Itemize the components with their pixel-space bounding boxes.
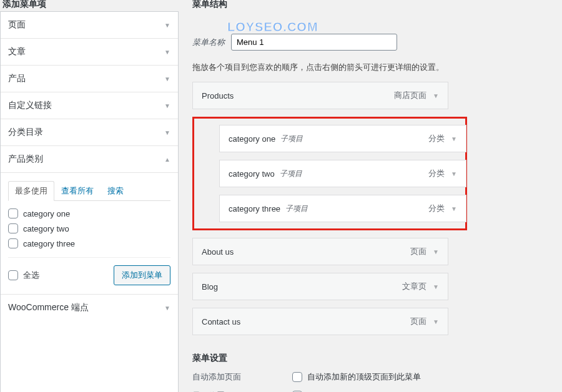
- menu-item-about[interactable]: About us 页面 ▼: [192, 238, 448, 265]
- checkbox[interactable]: [8, 223, 18, 233]
- acc-posts[interactable]: 文章 ▼: [1, 39, 178, 65]
- menu-item-contact[interactable]: Contact us 页面 ▼: [192, 308, 448, 335]
- chevron-up-icon: ▲: [164, 156, 170, 163]
- checkbox-auto-add[interactable]: [292, 372, 302, 382]
- chevron-down-icon: ▼: [164, 76, 170, 82]
- menu-item-type: 分类: [428, 168, 445, 179]
- category-label: category one: [23, 209, 70, 218]
- chevron-down-icon: ▼: [164, 305, 170, 311]
- acc-custom-links[interactable]: 自定义链接 ▼: [1, 92, 178, 119]
- acc-pages[interactable]: 页面 ▼: [1, 12, 178, 38]
- category-row[interactable]: category two: [8, 223, 170, 233]
- acc-body: 最多使用 查看所有 搜索 category one category two: [1, 172, 178, 294]
- tab-search[interactable]: 搜索: [101, 181, 131, 201]
- watermark: LOYSEO.COM: [227, 20, 318, 34]
- select-all-label: 全选: [23, 270, 39, 281]
- subitem-tag: 子项目: [285, 203, 308, 214]
- checkbox[interactable]: [8, 208, 18, 218]
- chevron-down-icon: ▼: [164, 49, 170, 56]
- menu-subitem[interactable]: category two 子项目 分类 ▼: [219, 160, 466, 187]
- menu-item-label: Contact us: [202, 317, 240, 326]
- menu-subitem[interactable]: category one 子项目 分类 ▼: [219, 125, 466, 152]
- category-label: category three: [23, 239, 75, 248]
- acc-woocommerce-endpoints[interactable]: WooCommerce 端点 ▼: [1, 295, 178, 321]
- menu-item-type: 页面: [410, 246, 426, 257]
- category-row[interactable]: category one: [8, 208, 170, 218]
- menu-item-label: Products: [202, 91, 234, 100]
- chevron-down-icon[interactable]: ▼: [433, 283, 439, 290]
- menu-settings-title: 菜单设置: [192, 353, 562, 364]
- left-heading: 添加菜单项: [2, 0, 46, 10]
- menu-item-label: category three: [229, 204, 280, 213]
- right-heading: 菜单结构: [192, 0, 227, 10]
- acc-label: 产品: [8, 73, 26, 84]
- tab-view-all[interactable]: 查看所有: [54, 181, 101, 201]
- menu-item-type: 分类: [428, 133, 445, 144]
- subitem-tag: 子项目: [280, 134, 303, 144]
- acc-label: 自定义链接: [8, 100, 52, 111]
- menu-item-label: About us: [202, 247, 234, 257]
- chevron-down-icon: ▼: [164, 102, 170, 109]
- chevron-down-icon: ▼: [164, 22, 170, 29]
- acc-label: 文章: [8, 46, 26, 57]
- chevron-down-icon[interactable]: ▼: [433, 318, 439, 325]
- menu-item-blog[interactable]: Blog 文章页 ▼: [192, 273, 448, 300]
- menu-subitem[interactable]: category three 子项目 分类 ▼: [219, 195, 466, 222]
- chevron-down-icon[interactable]: ▼: [451, 135, 457, 142]
- subitem-tag: 子项目: [280, 169, 302, 179]
- menu-item-label: category one: [229, 134, 275, 144]
- menu-item-type: 商店页面: [394, 90, 426, 101]
- menu-item-label: category two: [229, 169, 275, 179]
- drag-hint-text: 拖放各个项目到您喜欢的顺序，点击右侧的箭头可进行更详细的设置。: [192, 62, 562, 73]
- add-menu-items-panel: 页面 ▼ 文章 ▼ 产品 ▼ 自定义链接 ▼ 分类目录 ▼: [0, 11, 179, 392]
- acc-product-categories[interactable]: 产品类别 ▲: [1, 146, 178, 172]
- menu-item-label: Blog: [202, 282, 218, 292]
- menu-item-type: 文章页: [402, 281, 426, 292]
- auto-add-text: 自动添加新的顶级页面到此菜单: [307, 371, 421, 383]
- add-to-menu-button[interactable]: 添加到菜单: [114, 265, 170, 285]
- acc-label: 产品类别: [8, 154, 43, 165]
- menu-name-label: 菜单名称: [192, 37, 225, 48]
- highlighted-submenu-box: category one 子项目 分类 ▼ category two 子项目 分…: [192, 117, 467, 230]
- tab-most-used[interactable]: 最多使用: [8, 181, 54, 201]
- select-all-row[interactable]: 全选: [8, 270, 39, 281]
- chevron-down-icon[interactable]: ▼: [451, 205, 457, 212]
- acc-label: WooCommerce 端点: [8, 302, 89, 313]
- acc-categories[interactable]: 分类目录 ▼: [1, 119, 178, 145]
- category-tabs: 最多使用 查看所有 搜索: [8, 180, 170, 201]
- chevron-down-icon: ▼: [164, 129, 170, 136]
- acc-label: 分类目录: [8, 127, 43, 138]
- menu-item-type: 页面: [410, 316, 426, 327]
- chevron-down-icon[interactable]: ▼: [433, 248, 439, 255]
- acc-products[interactable]: 产品 ▼: [1, 66, 178, 92]
- menu-item-products[interactable]: Products 商店页面 ▼: [192, 82, 448, 109]
- checkbox[interactable]: [8, 270, 18, 280]
- checkbox[interactable]: [8, 238, 18, 248]
- chevron-down-icon[interactable]: ▼: [451, 170, 457, 177]
- menu-item-type: 分类: [428, 203, 445, 214]
- menu-name-input[interactable]: [231, 34, 397, 51]
- chevron-down-icon[interactable]: ▼: [433, 92, 439, 99]
- menu-structure-panel: LOYSEO.COM 菜单名称 拖放各个项目到您喜欢的顺序，点击右侧的箭头可进行…: [179, 11, 562, 392]
- category-row[interactable]: category three: [8, 238, 170, 248]
- acc-label: 页面: [8, 19, 26, 31]
- category-list: category one category two category three: [8, 208, 170, 257]
- category-label: category two: [23, 224, 69, 233]
- auto-add-label: 自动添加页面: [192, 371, 292, 383]
